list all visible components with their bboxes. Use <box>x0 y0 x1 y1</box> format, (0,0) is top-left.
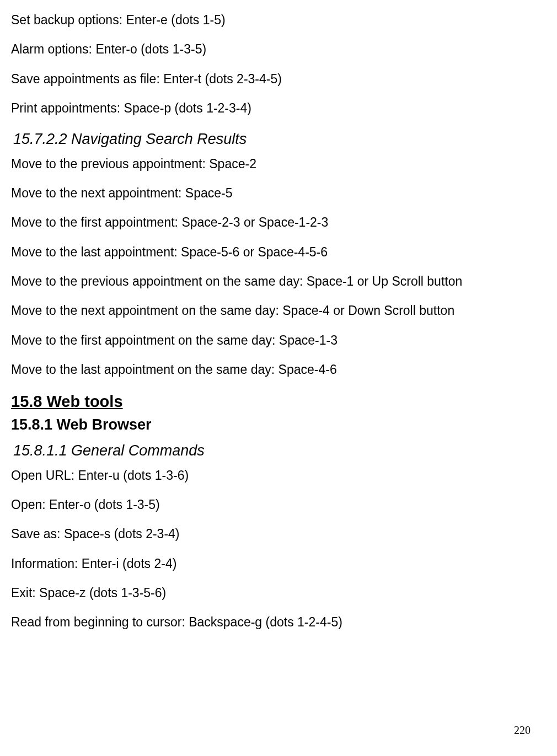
body-text: Move to the next appointment: Space-5 <box>11 184 546 202</box>
body-text: Print appointments: Space-p (dots 1-2-3-… <box>11 99 546 117</box>
page-number: 220 <box>514 722 531 738</box>
body-text: Information: Enter-i (dots 2-4) <box>11 555 546 573</box>
body-text: Save as: Space-s (dots 2-3-4) <box>11 525 546 543</box>
body-text: Open URL: Enter-u (dots 1-3-6) <box>11 467 546 485</box>
heading-15-8-1-1: 15.8.1.1 General Commands <box>13 440 546 462</box>
body-text: Move to the first appointment: Space-2-3… <box>11 213 546 232</box>
body-text: Exit: Space-z (dots 1-3-5-6) <box>11 584 546 602</box>
body-text: Move to the previous appointment: Space-… <box>11 155 546 173</box>
body-text: Move to the next appointment on the same… <box>11 302 546 320</box>
body-text: Open: Enter-o (dots 1-3-5) <box>11 496 546 514</box>
body-text: Alarm options: Enter-o (dots 1-3-5) <box>11 40 546 58</box>
body-text: Move to the first appointment on the sam… <box>11 331 546 350</box>
body-text: Move to the last appointment: Space-5-6 … <box>11 243 546 261</box>
heading-15-8-1: 15.8.1 Web Browser <box>11 414 546 436</box>
body-text: Save appointments as file: Enter-t (dots… <box>11 70 546 88</box>
body-text: Read from beginning to cursor: Backspace… <box>11 613 546 631</box>
body-text: Move to the previous appointment on the … <box>11 272 546 291</box>
heading-15-7-2-2: 15.7.2.2 Navigating Search Results <box>13 128 546 150</box>
body-text: Set backup options: Enter-e (dots 1-5) <box>11 11 546 29</box>
heading-15-8: 15.8 Web tools <box>11 390 546 413</box>
body-text: Move to the last appointment on the same… <box>11 361 546 379</box>
